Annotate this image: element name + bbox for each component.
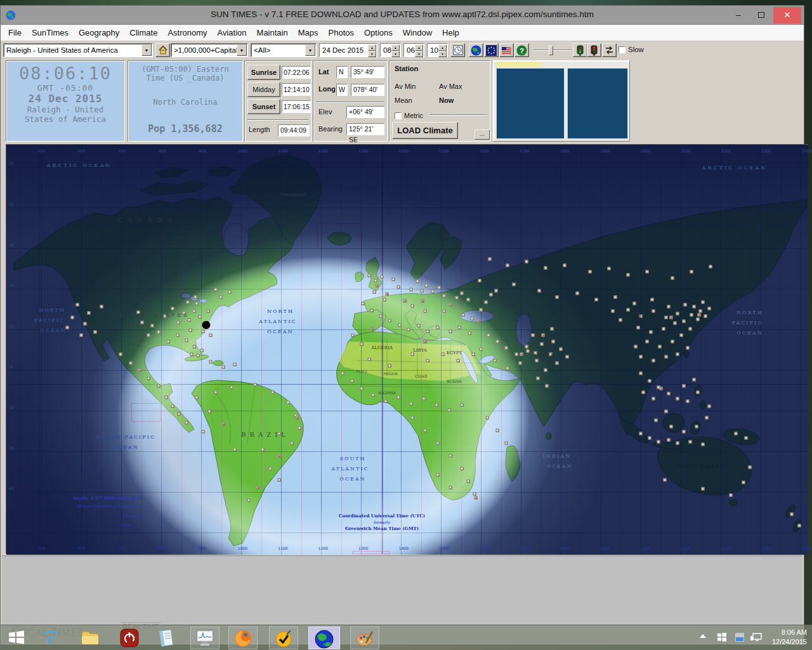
more-button[interactable]: ... (475, 129, 490, 140)
app-window: SUN TIMES - v 7.1 FREE DOWNLOAD and UPDA… (0, 5, 804, 645)
taskbar-monitor-app[interactable] (190, 627, 219, 649)
traffic-light-red-icon (590, 45, 598, 56)
chevron-down-icon[interactable]: ▼ (305, 44, 315, 56)
taskbar-firefox[interactable] (228, 627, 258, 649)
tray-windows-icon[interactable] (717, 632, 727, 642)
date-spinner[interactable]: 24 Dec 2015 ▲▼ (319, 43, 377, 57)
chevron-down-icon[interactable]: ▼ (237, 44, 247, 56)
menu-geography[interactable]: Geography (74, 25, 124, 41)
tray-date-text: 12/24/2015 (772, 637, 807, 647)
menu-aviation[interactable]: Aviation (213, 25, 252, 41)
minimize-button[interactable]: – (729, 7, 748, 23)
start-button[interactable] (5, 627, 28, 649)
title-bar[interactable]: SUN TIMES - v 7.1 FREE DOWNLOAD and UPDA… (1, 6, 804, 25)
station-panel: Station Av Min Av Max Mean Now Metric LO… (389, 60, 490, 142)
local-clock-panel: 08:06:10 GMT -05:00 24 Dec 2015 Raleigh … (6, 60, 125, 142)
world-map[interactable]: ARCTIC OCEANARCTIC OCEANGreenlandCANADAN… (6, 144, 808, 554)
checkbox-icon[interactable] (619, 46, 625, 53)
menu-maintain[interactable]: Maintain (252, 25, 293, 41)
maximize-button[interactable] (752, 7, 771, 23)
menu-window[interactable]: Window (398, 25, 437, 41)
menu-help[interactable]: Help (437, 25, 464, 41)
spin-up-icon[interactable]: ▲ (391, 44, 400, 51)
sunrise-time[interactable]: 07:22:06 (282, 66, 311, 79)
map-tick: 600 (78, 546, 85, 550)
hour-spinner[interactable]: 08 ▲▼ (380, 43, 401, 57)
sunrise-button[interactable]: Sunrise (247, 65, 280, 80)
midday-button[interactable]: Midday (247, 82, 280, 97)
swap-button[interactable] (602, 43, 617, 57)
taskbar-notes[interactable] (155, 627, 178, 649)
globe-icon (471, 45, 481, 56)
tray-network-icon[interactable] (750, 632, 763, 642)
taskbar-paint[interactable] (350, 627, 379, 649)
menu-climate[interactable]: Climate (124, 25, 162, 41)
length-value[interactable]: 09:44:09 (278, 124, 310, 136)
tray-onedrive-icon[interactable] (735, 632, 745, 642)
bearing-value[interactable]: 125° 21' SE (346, 123, 384, 135)
set-time-button[interactable] (450, 43, 465, 57)
taskbar-ie[interactable]: e (39, 627, 62, 649)
chevron-down-icon[interactable]: ▼ (141, 44, 152, 56)
load-climate-button[interactable]: LOAD Climate (392, 122, 458, 139)
home-button[interactable] (155, 43, 170, 57)
animate-forward-button[interactable] (573, 43, 587, 57)
internet-explorer-icon: e (41, 628, 60, 647)
menu-astronomy[interactable]: Astronomy (162, 25, 212, 41)
local-date: 24 Dec 2015 (6, 93, 124, 105)
elev-value[interactable]: +06° 49' (346, 106, 384, 118)
taskbar-explorer[interactable] (79, 627, 102, 649)
region-combobox[interactable]: <All>▼ (251, 43, 317, 57)
menu-photos[interactable]: Photos (324, 25, 359, 41)
location-combobox[interactable]: Raleigh - United States of America▼ (3, 43, 153, 57)
folder-icon (81, 628, 100, 646)
minute-spinner[interactable]: 06 ▲▼ (403, 43, 424, 57)
spin-up-icon[interactable]: ▲ (438, 44, 447, 51)
slider-handle[interactable] (549, 46, 553, 55)
long-dir[interactable]: W (336, 84, 348, 96)
spin-down-icon[interactable]: ▼ (368, 51, 376, 57)
long-value[interactable]: 078° 40' (351, 84, 384, 96)
second-spinner[interactable]: 10 ▲▼ (427, 43, 448, 57)
taskbar-suntimes-active[interactable] (308, 627, 340, 649)
spin-up-icon[interactable]: ▲ (368, 44, 376, 51)
menu-maps[interactable]: Maps (293, 25, 324, 41)
midday-time[interactable]: 12:14:10 (282, 83, 311, 96)
metric-checkbox[interactable]: Metric (395, 112, 423, 119)
world-map-button[interactable] (469, 43, 483, 57)
map-tick: 45 (9, 242, 14, 247)
lat-dir[interactable]: N (336, 66, 348, 78)
location-line1: Raleigh - United (6, 105, 124, 114)
menu-file[interactable]: File (3, 25, 27, 41)
category-combobox[interactable]: >1,000,000+Capitals▼ (171, 43, 248, 57)
usa-button[interactable] (499, 43, 514, 57)
animate-stop-button[interactable] (587, 43, 601, 57)
slow-checkbox[interactable]: Slow (619, 46, 644, 53)
taskbar: e (0, 625, 812, 650)
sunset-time[interactable]: 17:06:15 (282, 100, 311, 113)
europe-button[interactable] (484, 43, 499, 57)
map-tick: 15 (9, 324, 14, 328)
map-tick: 800 (159, 149, 166, 153)
menu-options[interactable]: Options (359, 25, 398, 41)
tray-chevron-icon[interactable] (699, 632, 707, 640)
map-tick: 1000 (238, 149, 247, 153)
map-tick: 1800 (560, 149, 570, 153)
taskbar-power[interactable] (118, 627, 141, 649)
checkbox-icon[interactable] (395, 112, 402, 119)
help-button[interactable]: ? (514, 43, 529, 57)
lat-label: Lat (318, 68, 329, 76)
toolbar: Raleigh - United States of America▼ >1,0… (1, 41, 804, 59)
spin-up-icon[interactable]: ▲ (415, 44, 423, 51)
speed-slider[interactable] (534, 43, 572, 57)
map-tick: 500 (37, 546, 44, 550)
lat-value[interactable]: 35° 49' (351, 66, 384, 78)
taskbar-norton[interactable] (269, 627, 298, 649)
spin-down-icon[interactable]: ▼ (415, 51, 423, 57)
close-button[interactable]: ✕ (773, 7, 801, 23)
spin-down-icon[interactable]: ▼ (391, 51, 400, 57)
menu-suntimes[interactable]: SunTimes (27, 25, 74, 41)
tray-clock[interactable]: 8:06 AM 12/24/2015 (772, 628, 807, 647)
spin-down-icon[interactable]: ▼ (438, 51, 447, 57)
sunset-button[interactable]: Sunset (247, 99, 280, 114)
